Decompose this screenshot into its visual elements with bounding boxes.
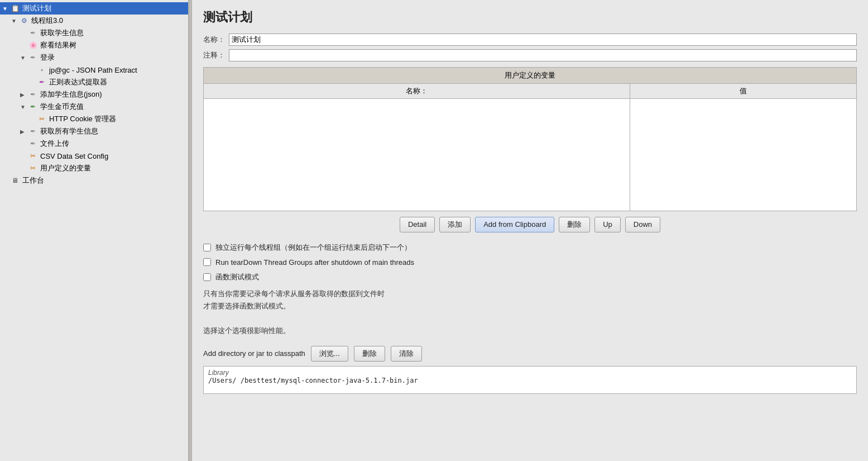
tree-icon-student-gold: ✒ (28, 102, 38, 112)
tree-label-json-extract: jp@gc - JSON Path Extract (49, 66, 137, 74)
sidebar: ▼📋测试计划▼⚙线程组3.0✒获取学生信息🌸察看结果树▼✒登录▪jp@gc - … (0, 0, 189, 461)
tree-icon-json-extract: ▪ (37, 65, 47, 75)
sidebar-item-testplan[interactable]: ▼📋测试计划 (0, 2, 188, 15)
tree-arrow-get-all-students: ▶ (20, 129, 28, 135)
sidebar-item-workbench[interactable]: 🖥工作台 (0, 174, 188, 187)
tree-icon-file-upload: ✒ (28, 139, 38, 149)
functional-mode-label: 函数测试模式 (215, 272, 259, 282)
tree-label-regex-extract: 正则表达式提取器 (49, 77, 107, 87)
delete-button[interactable]: 删除 (559, 217, 590, 232)
tree-label-http-cookie: HTTP Cookie 管理器 (49, 114, 116, 124)
value-cell (630, 99, 856, 211)
tree-icon-user-vars: ✂ (28, 163, 38, 173)
name-row: 名称： (203, 34, 857, 46)
desc-line1: 只有当你需要记录每个请求从服务器取得的数据到文件时 (203, 288, 857, 300)
tree-icon-testplan: 📋 (10, 3, 20, 13)
sidebar-item-threadgroup[interactable]: ▼⚙线程组3.0 (0, 15, 188, 27)
tree-arrow-threadgroup: ▼ (11, 18, 19, 24)
sidebar-item-regex-extract[interactable]: ✒正则表达式提取器 (0, 76, 188, 88)
sidebar-item-get-student[interactable]: ✒获取学生信息 (0, 27, 188, 39)
variables-table-title: 用户定义的变量 (204, 68, 856, 84)
up-button[interactable]: Up (594, 217, 621, 232)
sidebar-item-student-gold[interactable]: ▼✒学生金币充值 (0, 101, 188, 113)
browse-button[interactable]: 浏览... (311, 346, 348, 362)
tree-label-view-result: 察看结果树 (40, 40, 76, 50)
sidebar-item-login[interactable]: ▼✒登录 (0, 51, 188, 64)
tree-label-get-student: 获取学生信息 (40, 28, 84, 38)
classpath-table-header: Library (208, 369, 852, 377)
sidebar-item-user-vars[interactable]: ✂用户定义的变量 (0, 162, 188, 174)
name-cell (204, 99, 630, 211)
tree-label-add-student-json: 添加学生信息(json) (40, 89, 102, 99)
independent-run-checkbox[interactable] (203, 244, 211, 251)
independent-run-label: 独立运行每个线程组（例如在一个组运行结束后启动下一个） (215, 243, 411, 253)
tree-icon-csv-config: ✂ (28, 151, 38, 161)
name-label: 名称： (203, 35, 229, 45)
tree-label-login: 登录 (40, 53, 55, 63)
detail-button[interactable]: Detail (400, 217, 435, 232)
page-title: 测试计划 (203, 9, 857, 26)
tree-label-csv-config: CSV Data Set Config (40, 152, 108, 160)
tree-icon-login: ✒ (28, 53, 38, 63)
functional-mode-checkbox[interactable] (203, 273, 211, 281)
tree-label-workbench: 工作台 (22, 175, 44, 186)
comment-label: 注释： (203, 50, 229, 60)
tree-arrow-login: ▼ (20, 55, 28, 61)
down-button[interactable]: Down (625, 217, 660, 232)
description: 只有当你需要记录每个请求从服务器取得的数据到文件时 才需要选择函数测试模式。 选… (203, 288, 857, 337)
tree-icon-get-student: ✒ (28, 28, 38, 38)
desc-line3: 选择这个选项很影响性能。 (203, 325, 857, 337)
tree-label-threadgroup: 线程组3.0 (31, 16, 63, 26)
tree-label-file-upload: 文件上传 (40, 139, 69, 149)
tree-arrow-student-gold: ▼ (20, 104, 28, 110)
independent-run-row: 独立运行每个线程组（例如在一个组运行结束后启动下一个） (203, 243, 857, 253)
tree-icon-regex-extract: ✒ (37, 77, 47, 87)
tree-icon-add-student-json: ✒ (28, 89, 38, 99)
sidebar-item-csv-config[interactable]: ✂CSV Data Set Config (0, 150, 188, 162)
tree-icon-get-all-students: ✒ (28, 126, 38, 136)
classpath-label: Add directory or jar to classpath (203, 349, 305, 358)
classpath-table: Library /Users/ /besttest/mysql-connecto… (203, 366, 857, 394)
classpath-entry: /Users/ /besttest/mysql-connector-java-5… (208, 377, 852, 384)
tree-icon-http-cookie: ✂ (37, 114, 47, 124)
functional-mode-row: 函数测试模式 (203, 272, 857, 282)
sidebar-item-get-all-students[interactable]: ▶✒获取所有学生信息 (0, 125, 188, 137)
tree-arrow-add-student-json: ▶ (20, 92, 28, 98)
classpath-clear-button[interactable]: 清除 (391, 346, 422, 362)
table-actions: Detail 添加 Add from Clipboard 删除 Up Down (203, 217, 857, 232)
classpath-row: Add directory or jar to classpath 浏览... … (203, 346, 857, 362)
checkboxes-section: 独立运行每个线程组（例如在一个组运行结束后启动下一个） Run tearDown… (203, 243, 857, 282)
classpath-delete-button[interactable]: 删除 (354, 346, 385, 362)
sidebar-item-json-extract[interactable]: ▪jp@gc - JSON Path Extract (0, 64, 188, 76)
col-name-header: 名称： (204, 84, 630, 99)
add-from-clipboard-button[interactable]: Add from Clipboard (475, 217, 554, 232)
tree-arrow-testplan: ▼ (2, 6, 10, 12)
sidebar-item-file-upload[interactable]: ✒文件上传 (0, 137, 188, 150)
tree-icon-workbench: 🖥 (10, 175, 20, 186)
tree-icon-view-result: 🌸 (28, 40, 38, 50)
add-button[interactable]: 添加 (439, 217, 471, 232)
desc-line2: 才需要选择函数测试模式。 (203, 300, 857, 312)
name-input[interactable] (229, 34, 857, 46)
tree-icon-threadgroup: ⚙ (19, 16, 29, 26)
teardown-label: Run tearDown Thread Groups after shutdow… (215, 258, 414, 267)
classpath-section: Add directory or jar to classpath 浏览... … (203, 346, 857, 394)
tree-label-student-gold: 学生金币充值 (40, 102, 84, 112)
comment-input[interactable] (229, 49, 857, 61)
tree-label-get-all-students: 获取所有学生信息 (40, 126, 98, 136)
variables-table-container: 用户定义的变量 名称： 值 (203, 67, 857, 211)
variables-table: 名称： 值 (204, 84, 856, 211)
teardown-checkbox[interactable] (203, 258, 211, 266)
sidebar-item-view-result[interactable]: 🌸察看结果树 (0, 39, 188, 51)
sidebar-item-add-student-json[interactable]: ▶✒添加学生信息(json) (0, 88, 188, 101)
sidebar-item-http-cookie[interactable]: ✂HTTP Cookie 管理器 (0, 113, 188, 125)
comment-row: 注释： (203, 49, 857, 61)
col-value-header: 值 (630, 84, 856, 99)
main-content: 测试计划 名称： 注释： 用户定义的变量 名称： 值 Detail (192, 0, 868, 461)
teardown-row: Run tearDown Thread Groups after shutdow… (203, 258, 857, 267)
tree-label-user-vars: 用户定义的变量 (40, 163, 91, 173)
tree-label-testplan: 测试计划 (22, 3, 51, 13)
